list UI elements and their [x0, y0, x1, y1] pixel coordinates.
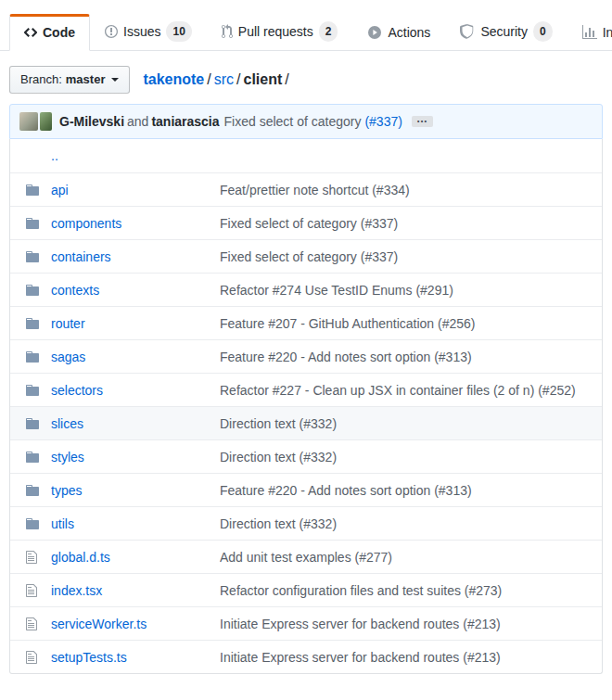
file-link-components[interactable]: components: [51, 216, 121, 231]
tab-insights[interactable]: Insights: [567, 13, 612, 50]
folder-icon: [26, 450, 42, 465]
folder-icon: [26, 383, 42, 398]
commit-author-link[interactable]: G-Milevski: [59, 114, 124, 129]
tab-code[interactable]: Code: [9, 14, 90, 51]
row-commit-message-link[interactable]: Direction text (#332): [220, 450, 602, 465]
file-row: selectors Refactor #227 - Clean up JSX i…: [10, 373, 602, 406]
parent-directory-link[interactable]: ..: [51, 148, 58, 163]
commit-author-avatars: [19, 112, 52, 131]
commit-expander-button[interactable]: …: [412, 116, 433, 127]
row-commit-message-link[interactable]: Fixed select of category (#337): [220, 216, 602, 231]
commit-message-link[interactable]: Fixed select of category: [224, 114, 362, 129]
branch-name: master: [66, 71, 106, 88]
tab-issues[interactable]: Issues 10: [90, 11, 207, 50]
file-link-selectors[interactable]: selectors: [51, 383, 103, 398]
pull-request-icon: [222, 24, 233, 39]
folder-icon: [26, 350, 42, 364]
file-link-styles[interactable]: styles: [51, 450, 84, 465]
folder-icon: [26, 316, 42, 331]
file-row: router Feature #207 - GitHub Authenticat…: [10, 306, 602, 339]
file-icon: [26, 550, 42, 565]
file-link-contexts[interactable]: contexts: [51, 283, 99, 298]
breadcrumb-current-dir: client: [243, 71, 282, 87]
file-link-setuptests.ts[interactable]: setupTests.ts: [51, 650, 127, 665]
tab-counter: 2: [319, 21, 338, 42]
file-row: setupTests.ts Initiate Express server fo…: [10, 640, 602, 673]
file-link-utils[interactable]: utils: [51, 516, 74, 531]
branch-selector-button[interactable]: Branch: master: [9, 66, 130, 94]
file-row: sagas Feature #220 - Add notes sort opti…: [10, 339, 602, 373]
tab-label: Security: [480, 22, 528, 41]
file-icon: [26, 617, 42, 631]
row-commit-message-link[interactable]: Initiate Express server for backend rout…: [220, 650, 602, 665]
avatar[interactable]: [40, 112, 52, 131]
branch-breadcrumb-bar: Branch: master takenote/src/client/: [0, 66, 612, 94]
row-commit-message-link[interactable]: Feature #220 - Add notes sort option (#3…: [220, 483, 602, 498]
file-link-sagas[interactable]: sagas: [51, 350, 85, 364]
graph-icon: [582, 25, 597, 40]
file-link-api[interactable]: api: [51, 183, 69, 197]
shield-icon: [460, 24, 475, 39]
file-row: slices Direction text (#332): [10, 406, 602, 439]
row-commit-message-link[interactable]: Refactor #227 - Clean up JSX in containe…: [220, 383, 602, 398]
row-commit-message-link[interactable]: Feature #207 - GitHub Authentication (#2…: [220, 316, 602, 331]
row-commit-message-link[interactable]: Direction text (#332): [220, 516, 602, 531]
commit-conjunction: and: [124, 114, 151, 129]
row-commit-message-link[interactable]: Feature #220 - Add notes sort option (#3…: [220, 350, 602, 364]
file-row: ..: [10, 139, 602, 172]
folder-icon: [26, 249, 42, 264]
file-row: containers Fixed select of category (#33…: [10, 239, 602, 273]
breadcrumb-separator: /: [204, 71, 213, 87]
row-commit-message-link[interactable]: Add unit test examples (#277): [220, 550, 602, 565]
folder-icon: [26, 283, 42, 298]
row-commit-message-link[interactable]: Feat/prettier note shortcut (#334): [220, 183, 602, 197]
file-table: .. api Feat/prettier note shortcut (#334…: [9, 139, 603, 674]
tab-pull-requests[interactable]: Pull requests 2: [207, 11, 353, 50]
code-icon: [24, 25, 37, 40]
folder-icon: [26, 483, 42, 498]
file-row: global.d.ts Add unit test examples (#277…: [10, 540, 602, 573]
repo-tabnav: Code Issues 10 Pull requests 2 Actions S…: [0, 11, 612, 51]
play-icon: [367, 25, 382, 40]
commit-author-link[interactable]: taniarascia: [151, 114, 219, 129]
avatar[interactable]: [19, 112, 38, 131]
tab-security[interactable]: Security 0: [445, 11, 567, 50]
tab-label: Actions: [388, 23, 430, 42]
tab-label: Code: [43, 23, 75, 42]
tab-label: Insights: [603, 23, 612, 42]
chevron-down-icon: [111, 78, 119, 85]
file-link-index.tsx[interactable]: index.tsx: [51, 583, 102, 598]
tab-actions[interactable]: Actions: [352, 13, 445, 50]
folder-icon: [26, 216, 42, 231]
file-row: contexts Refactor #274 Use TestID Enums …: [10, 273, 602, 306]
commit-pr-link[interactable]: (#337): [364, 114, 402, 129]
tab-label: Issues: [123, 22, 160, 41]
file-link-serviceworker.ts[interactable]: serviceWorker.ts: [51, 617, 147, 631]
row-commit-message-link[interactable]: Initiate Express server for backend rout…: [220, 617, 602, 631]
file-link-global.d.ts[interactable]: global.d.ts: [51, 550, 110, 565]
breadcrumb-dir-link[interactable]: src: [214, 71, 234, 87]
breadcrumb: takenote/src/client/: [143, 71, 291, 88]
breadcrumb-repo-link[interactable]: takenote: [143, 71, 204, 87]
file-link-containers[interactable]: containers: [51, 249, 111, 264]
folder-icon: [26, 183, 42, 197]
file-icon: [26, 583, 42, 598]
file-link-slices[interactable]: slices: [51, 416, 83, 431]
file-row: index.tsx Refactor configuration files a…: [10, 573, 602, 606]
tab-counter: 0: [533, 21, 553, 42]
file-link-router[interactable]: router: [51, 316, 85, 331]
row-commit-message-link[interactable]: Fixed select of category (#337): [220, 249, 602, 264]
file-icon: [26, 650, 42, 665]
breadcrumb-separator: /: [234, 71, 243, 87]
file-row: utils Direction text (#332): [10, 506, 602, 540]
issue-icon: [105, 24, 118, 39]
latest-commit-bar: G-Milevski and taniarascia Fixed select …: [9, 104, 603, 139]
file-row: api Feat/prettier note shortcut (#334): [10, 172, 602, 206]
tab-counter: 10: [166, 21, 191, 42]
row-commit-message-link[interactable]: Direction text (#332): [220, 416, 602, 431]
file-link-types[interactable]: types: [51, 483, 82, 498]
file-row: styles Direction text (#332): [10, 439, 602, 473]
row-commit-message-link[interactable]: Refactor configuration files and test su…: [220, 583, 602, 598]
breadcrumb-separator: /: [282, 71, 291, 87]
row-commit-message-link[interactable]: Refactor #274 Use TestID Enums (#291): [220, 283, 602, 298]
